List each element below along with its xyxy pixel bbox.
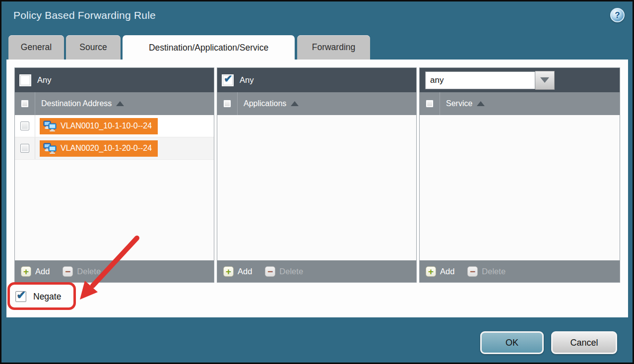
negate-checkbox[interactable] — [15, 291, 26, 302]
applications-any-bar: Any — [217, 68, 416, 92]
ok-button[interactable]: OK — [480, 331, 544, 354]
address-object-label: VLAN0010_10-1-10-0--24 — [61, 121, 152, 130]
any-label: Any — [240, 75, 254, 85]
delete-minus-icon: − — [467, 266, 478, 277]
cancel-button[interactable]: Cancel — [551, 331, 617, 354]
destination-address-header-row[interactable]: Destination Address — [15, 92, 214, 115]
service-dropdown[interactable]: any — [425, 71, 555, 90]
add-button-destination[interactable]: + Add — [21, 266, 50, 277]
table-row[interactable]: VLAN0010_10-1-10-0--24 — [15, 115, 214, 137]
sort-asc-icon — [477, 101, 485, 106]
tab-source[interactable]: Source — [66, 35, 121, 60]
add-plus-icon: + — [426, 266, 436, 277]
applications-listbox: Any Applications + Add − Delete — [217, 67, 417, 283]
service-dropdown-value[interactable]: any — [425, 71, 535, 89]
select-all-checkbox-service[interactable] — [426, 100, 434, 108]
service-dropdown-button[interactable] — [535, 71, 555, 90]
tab-destination-application-service[interactable]: Destination/Application/Service — [123, 35, 295, 60]
applications-footer-bar: + Add − Delete — [217, 260, 416, 282]
any-checkbox-applications[interactable] — [223, 75, 233, 85]
address-object-vlan0020[interactable]: VLAN0020_10-1-20-0--24 — [40, 140, 158, 157]
add-button-service[interactable]: + Add — [426, 266, 454, 277]
address-object-vlan0010[interactable]: VLAN0010_10-1-10-0--24 — [40, 118, 158, 134]
destination-address-listbox: Any Destination Address — [14, 67, 214, 283]
service-listbox: any Service + Add − Delete — [419, 67, 620, 283]
address-object-label: VLAN0020_10-1-20-0--24 — [61, 144, 152, 153]
delete-minus-icon: − — [63, 266, 73, 277]
add-plus-icon: + — [223, 266, 234, 277]
sort-asc-icon — [291, 101, 299, 106]
service-header-row[interactable]: Service — [420, 92, 620, 115]
applications-list — [217, 115, 416, 260]
destination-footer-bar: + Add − Delete — [15, 260, 214, 282]
applications-column-header: Applications — [244, 99, 286, 108]
service-footer-bar: + Add − Delete — [420, 260, 620, 282]
negate-label: Negate — [33, 292, 61, 302]
add-button-applications[interactable]: + Add — [223, 266, 252, 277]
delete-button-destination[interactable]: − Delete — [63, 266, 101, 277]
row-checkbox-vlan0010[interactable] — [20, 121, 29, 130]
destination-address-column-header: Destination Address — [41, 99, 112, 108]
destination-address-list: VLAN0010_10-1-10-0--24 — [15, 115, 214, 260]
delete-button-applications[interactable]: − Delete — [265, 266, 303, 277]
sort-asc-icon — [116, 101, 124, 106]
service-list — [420, 115, 620, 260]
select-all-checkbox-destination[interactable] — [21, 100, 29, 108]
applications-header-row[interactable]: Applications — [217, 92, 416, 115]
delete-minus-icon: − — [265, 266, 275, 277]
service-column-header: Service — [446, 99, 472, 108]
add-plus-icon: + — [21, 266, 31, 277]
select-all-checkbox-applications[interactable] — [223, 100, 231, 108]
any-label: Any — [37, 75, 51, 85]
help-icon[interactable]: ? — [610, 8, 625, 22]
delete-button-service[interactable]: − Delete — [467, 266, 506, 277]
destination-any-bar: Any — [15, 68, 214, 92]
tab-forwarding[interactable]: Forwarding — [297, 35, 370, 60]
any-checkbox-destination[interactable] — [20, 75, 30, 85]
network-icon — [43, 143, 57, 154]
row-checkbox-vlan0020[interactable] — [20, 144, 29, 153]
service-dropdown-bar: any — [420, 68, 620, 92]
network-icon — [43, 121, 57, 131]
chevron-down-icon — [540, 77, 549, 83]
dialog-title: Policy Based Forwarding Rule — [13, 9, 156, 21]
table-row[interactable]: VLAN0020_10-1-20-0--24 — [15, 137, 214, 160]
policy-based-forwarding-dialog: Policy Based Forwarding Rule ? General S… — [0, 0, 634, 364]
tab-content-panel: Any Destination Address — [6, 60, 628, 317]
tab-general[interactable]: General — [8, 35, 64, 60]
